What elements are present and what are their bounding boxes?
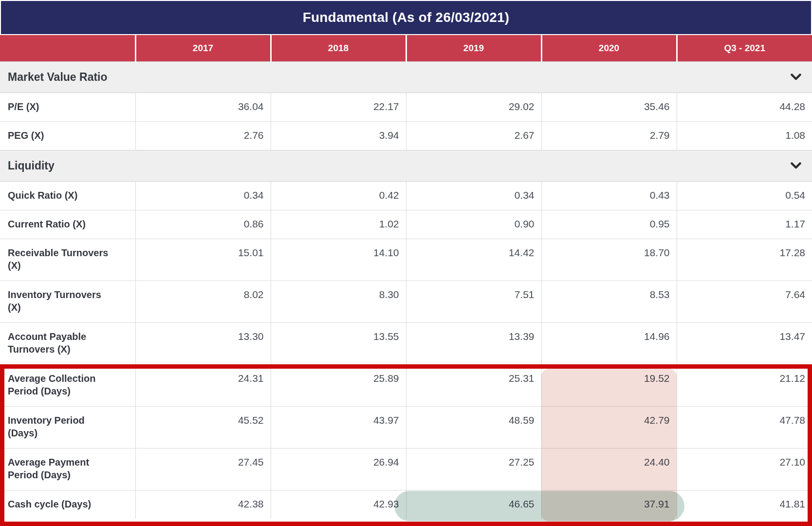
corner-header-cell xyxy=(0,35,135,61)
value-cell-2019: 7.51 xyxy=(406,281,541,322)
row-label: Inventory Turnovers (X) xyxy=(0,281,135,322)
table-row-current-ratio-x: Current Ratio (X)0.861.020.900.951.17 xyxy=(0,210,812,239)
table-row-inventory-period-days: Inventory Period (Days)45.5243.9748.5942… xyxy=(0,406,812,448)
value-cell-2020: 14.96 xyxy=(541,322,677,364)
section-row-market-value-ratio[interactable]: Market Value Ratio xyxy=(0,61,812,93)
table-row-p-e-x: P/E (X)36.0422.1729.0235.4644.28 xyxy=(0,93,812,121)
row-label: Quick Ratio (X) xyxy=(0,181,135,210)
column-header-2019: 2019 xyxy=(406,35,541,61)
value-cell-2020: 2.79 xyxy=(541,121,677,150)
value-cell-q3-2021: 27.10 xyxy=(677,448,812,490)
value-cell-2017: 15.01 xyxy=(135,239,271,281)
section-row-liquidity[interactable]: Liquidity xyxy=(0,150,812,181)
value-cell-2020: 37.91 xyxy=(541,490,677,519)
value-cell-q3-2021: 13.47 xyxy=(677,322,812,364)
column-header-q3-2021: Q3 - 2021 xyxy=(677,35,812,61)
value-cell-2017: 0.86 xyxy=(135,210,271,239)
value-cell-2018: 0.42 xyxy=(271,181,406,210)
value-cell-q3-2021: 41.81 xyxy=(677,490,812,519)
value-cell-q3-2021: 17.28 xyxy=(677,239,812,281)
table-row-cash-cycle-days: Cash cycle (Days)42.3842.9346.6537.9141.… xyxy=(0,490,812,519)
row-label: P/E (X) xyxy=(0,93,135,121)
value-cell-q3-2021: 44.28 xyxy=(677,93,812,121)
value-cell-2018: 3.94 xyxy=(271,121,406,150)
value-cell-2019: 29.02 xyxy=(406,93,541,121)
table-row-receivable-turnovers-x: Receivable Turnovers (X)15.0114.1014.421… xyxy=(0,239,812,281)
row-label: Receivable Turnovers (X) xyxy=(0,239,135,281)
value-cell-2017: 45.52 xyxy=(135,406,271,448)
value-cell-q3-2021: 47.78 xyxy=(677,406,812,448)
column-header-2020: 2020 xyxy=(541,35,677,61)
value-cell-2019: 0.90 xyxy=(406,210,541,239)
value-cell-2020: 19.52 xyxy=(541,364,677,406)
table-row-average-collection-period-days: Average Collection Period (Days)24.3125.… xyxy=(0,364,812,406)
value-cell-2018: 13.55 xyxy=(271,322,406,364)
value-cell-2017: 13.30 xyxy=(135,322,271,364)
value-cell-2020: 42.79 xyxy=(541,406,677,448)
value-cell-2017: 8.02 xyxy=(135,281,271,322)
value-cell-q3-2021: 1.17 xyxy=(677,210,812,239)
value-cell-q3-2021: 21.12 xyxy=(677,364,812,406)
chevron-down-icon[interactable] xyxy=(791,162,801,169)
value-cell-2018: 42.93 xyxy=(271,490,406,519)
table-row-quick-ratio-x: Quick Ratio (X)0.340.420.340.430.54 xyxy=(0,181,812,210)
value-cell-2019: 13.39 xyxy=(406,322,541,364)
value-cell-2020: 35.46 xyxy=(541,93,677,121)
value-cell-2018: 22.17 xyxy=(271,93,406,121)
row-label: Average Collection Period (Days) xyxy=(0,364,135,406)
value-cell-2019: 48.59 xyxy=(406,406,541,448)
value-cell-2019: 27.25 xyxy=(406,448,541,490)
row-label: Current Ratio (X) xyxy=(0,210,135,239)
value-cell-q3-2021: 0.54 xyxy=(677,181,812,210)
table-row-inventory-turnovers-x: Inventory Turnovers (X)8.028.307.518.537… xyxy=(0,281,812,322)
page-title: Fundamental (As of 26/03/2021) xyxy=(1,1,811,34)
column-header-2018: 2018 xyxy=(271,35,406,61)
table-row-average-payment-period-days: Average Payment Period (Days)27.4526.942… xyxy=(0,448,812,490)
row-label: PEG (X) xyxy=(0,121,135,150)
section-label: Market Value Ratio xyxy=(8,71,108,84)
value-cell-2017: 24.31 xyxy=(135,364,271,406)
table-row-account-payable-turnovers-x: Account Payable Turnovers (X)13.3013.551… xyxy=(0,322,812,364)
chevron-down-icon[interactable] xyxy=(791,74,801,80)
value-cell-2019: 2.67 xyxy=(406,121,541,150)
value-cell-2019: 46.65 xyxy=(406,490,541,519)
value-cell-2017: 0.34 xyxy=(135,181,271,210)
value-cell-2018: 43.97 xyxy=(271,406,406,448)
row-label: Inventory Period (Days) xyxy=(0,406,135,448)
value-cell-2019: 14.42 xyxy=(406,239,541,281)
row-label: Account Payable Turnovers (X) xyxy=(0,322,135,364)
value-cell-2017: 42.38 xyxy=(135,490,271,519)
year-header-row: 2017201820192020Q3 - 2021 xyxy=(0,35,812,61)
value-cell-2019: 25.31 xyxy=(406,364,541,406)
value-cell-2017: 27.45 xyxy=(135,448,271,490)
value-cell-2020: 0.43 xyxy=(541,181,677,210)
value-cell-2017: 2.76 xyxy=(135,121,271,150)
section-label: Liquidity xyxy=(8,159,55,172)
fundamental-table: 2017201820192020Q3 - 2021 Market Value R… xyxy=(0,35,812,519)
value-cell-2020: 24.40 xyxy=(541,448,677,490)
row-label: Cash cycle (Days) xyxy=(0,490,135,519)
table-row-peg-x: PEG (X)2.763.942.672.791.08 xyxy=(0,121,812,150)
row-label: Average Payment Period (Days) xyxy=(0,448,135,490)
value-cell-2018: 26.94 xyxy=(271,448,406,490)
value-cell-2018: 14.10 xyxy=(271,239,406,281)
value-cell-2018: 1.02 xyxy=(271,210,406,239)
value-cell-2017: 36.04 xyxy=(135,93,271,121)
value-cell-2020: 0.95 xyxy=(541,210,677,239)
value-cell-q3-2021: 1.08 xyxy=(677,121,812,150)
value-cell-2020: 8.53 xyxy=(541,281,677,322)
value-cell-q3-2021: 7.64 xyxy=(677,281,812,322)
value-cell-2019: 0.34 xyxy=(406,181,541,210)
value-cell-2018: 25.89 xyxy=(271,364,406,406)
fundamental-table-page: Fundamental (As of 26/03/2021) 201720182… xyxy=(0,0,812,526)
column-header-2017: 2017 xyxy=(135,35,271,61)
value-cell-2018: 8.30 xyxy=(271,281,406,322)
value-cell-2020: 18.70 xyxy=(541,239,677,281)
